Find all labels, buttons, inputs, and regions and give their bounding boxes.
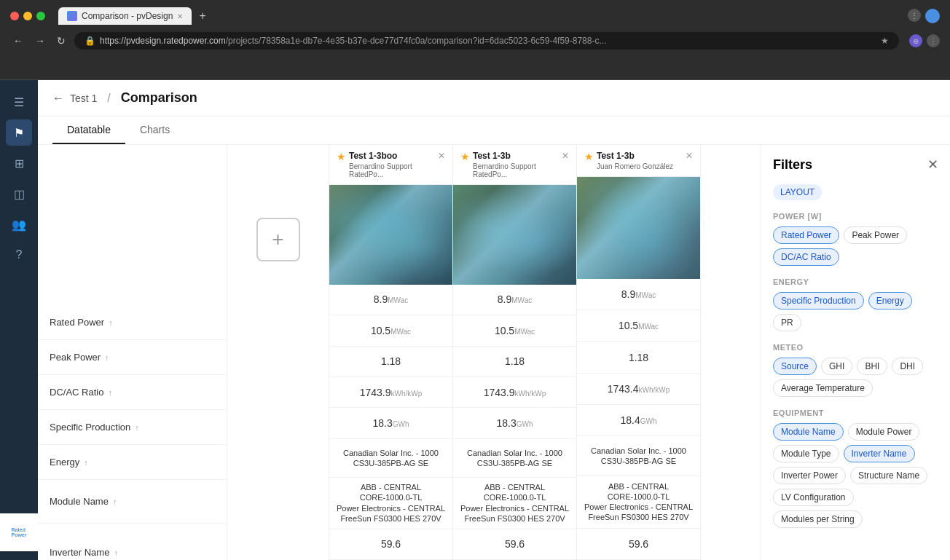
new-tab-button[interactable]: +	[195, 8, 210, 24]
label-dc-ac-ratio: DC/AC Ratio	[50, 387, 103, 398]
sidebar: ☰ ⚑ ⊞ ◫ 👥 ? RatedPower	[0, 80, 38, 560]
filter-tag-dc-ac-ratio[interactable]: DC/AC Ratio	[773, 248, 839, 266]
close-traffic-light[interactable]	[10, 12, 19, 20]
filter-meteo-tags: Source GHI BHI DHI Average Temperature	[773, 358, 938, 397]
back-button[interactable]: ←	[10, 33, 26, 48]
label-specific-production: Specific Production	[50, 422, 130, 433]
sidebar-item-menu[interactable]: ☰	[6, 89, 32, 115]
filter-tag-peak-power[interactable]: Peak Power	[844, 226, 907, 244]
sort-icon-inverter-name[interactable]: ↑	[114, 548, 118, 557]
url-bar[interactable]: 🔒 https://pvdesign.ratedpower.com/projec…	[74, 32, 899, 50]
cell-specific-prod-2: 1743.4kWh/kWp	[577, 374, 700, 405]
filter-section-power: POWER [W] Rated Power Peak Power DC/AC R…	[773, 212, 938, 266]
cell-rated-power-0: 8.9MWac	[329, 285, 452, 315]
filter-close-button[interactable]: ✕	[927, 157, 938, 173]
col-title-1: Test 1-3b	[473, 151, 559, 161]
filter-tag-modules-per-string[interactable]: Modules per String	[773, 510, 863, 528]
project-column-0: ★ Test 1-3boo Bernardino Support RatedPo…	[329, 145, 453, 560]
settings-icon[interactable]: ⋮	[927, 34, 940, 47]
filter-tag-module-name[interactable]: Module Name	[773, 423, 844, 441]
star-icon-2[interactable]: ★	[584, 151, 594, 162]
active-tab[interactable]: Comparison - pvDesign ✕	[58, 7, 192, 25]
star-icon-1[interactable]: ★	[460, 151, 470, 162]
sort-icon-energy[interactable]: ↑	[84, 458, 88, 467]
comparison-area: Rated Power ↑ Peak Power ↑ DC/AC Ratio ↑…	[38, 145, 950, 560]
cell-inverter-1: ABB - CENTRAL CORE-1000.0-TL Power Elect…	[453, 478, 576, 529]
fullscreen-traffic-light[interactable]	[36, 12, 45, 20]
cell-peak-power-2: 10.5MWac	[577, 310, 700, 342]
filter-tag-dhi[interactable]: DHI	[892, 358, 923, 375]
filter-tag-lv-config[interactable]: LV Configuration	[773, 489, 854, 506]
close-column-2[interactable]: ✕	[686, 151, 693, 161]
back-button[interactable]: ←	[52, 92, 64, 105]
label-row-module-name: Module Name ↑	[38, 480, 227, 524]
filter-tag-avg-temp[interactable]: Average Temperature	[773, 379, 873, 397]
filter-tag-module-power[interactable]: Module Power	[848, 423, 920, 441]
filter-meteo-label: METEO	[773, 343, 938, 352]
cell-specific-prod-1: 1743.9kWh/kWp	[453, 377, 576, 408]
filter-tag-specific-production[interactable]: Specific Production	[773, 292, 864, 309]
cell-dc-ac-1: 1.18	[453, 347, 576, 377]
tab-close-icon[interactable]: ✕	[177, 12, 183, 20]
tab-favicon	[67, 11, 77, 21]
col-subtitle-1: Bernardino Support RatedPo...	[473, 162, 559, 178]
tab-charts[interactable]: Charts	[125, 117, 184, 144]
cell-energy-2: 18.4GWh	[577, 405, 700, 436]
filter-tag-structure-name[interactable]: Structure Name	[850, 467, 927, 484]
add-column-area: +	[227, 145, 329, 560]
tab-datatable[interactable]: Datatable	[52, 117, 125, 144]
filter-tag-ghi[interactable]: GHI	[821, 358, 852, 375]
breadcrumb-parent: Test 1	[70, 92, 97, 104]
filter-panel: Filters ✕ LAYOUT POWER [W] Rated Power P…	[761, 145, 950, 560]
filter-tag-bhi[interactable]: BHI	[857, 358, 887, 375]
cell-dc-ac-2: 1.18	[577, 342, 700, 373]
minimize-traffic-light[interactable]	[23, 12, 32, 20]
sidebar-item-people[interactable]: 👥	[6, 211, 32, 237]
filter-tag-inverter-power[interactable]: Inverter Power	[773, 467, 846, 484]
refresh-button[interactable]: ↻	[54, 33, 68, 48]
sidebar-item-grid[interactable]: ⊞	[6, 150, 32, 176]
filter-tag-rated-power[interactable]: Rated Power	[773, 226, 839, 244]
sort-icon-dc-ac-ratio[interactable]: ↑	[108, 388, 112, 397]
filter-tag-energy[interactable]: Energy	[868, 292, 912, 309]
cell-peak-power-1: 10.5MWac	[453, 315, 576, 346]
content-tab-bar: Datatable Charts	[38, 117, 950, 145]
sort-icon-module-name[interactable]: ↑	[113, 497, 117, 506]
label-row-rated-power: Rated Power ↑	[38, 305, 227, 340]
sidebar-item-flag[interactable]: ⚑	[6, 119, 32, 146]
sort-icon-peak-power[interactable]: ↑	[105, 353, 109, 362]
sort-icon-specific-production[interactable]: ↑	[135, 423, 139, 432]
user-avatar[interactable]	[925, 9, 940, 23]
close-column-1[interactable]: ✕	[562, 151, 569, 161]
filter-header: Filters ✕	[773, 157, 938, 173]
sidebar-item-briefcase[interactable]: ◫	[6, 181, 32, 207]
star-icon-0[interactable]: ★	[337, 151, 346, 162]
filter-section-meteo: METEO Source GHI BHI DHI Average Tempera…	[773, 343, 938, 397]
browser-action-icon[interactable]: ⊛	[909, 34, 922, 47]
project-column-2: ★ Test 1-3b Juan Romero González ✕ 8.9MW…	[577, 145, 701, 560]
close-column-0[interactable]: ✕	[438, 151, 445, 161]
sidebar-item-help[interactable]: ?	[6, 242, 32, 268]
filter-title: Filters	[773, 157, 812, 173]
filter-tag-pr[interactable]: PR	[773, 314, 801, 331]
cell-gcr-2: 59.6	[577, 529, 700, 560]
filter-tag-inverter-name[interactable]: Inverter Name	[844, 445, 915, 462]
add-column-button[interactable]: +	[256, 218, 300, 261]
sort-icon-rated-power[interactable]: ↑	[109, 318, 113, 327]
row-labels-panel: Rated Power ↑ Peak Power ↑ DC/AC Ratio ↑…	[38, 145, 227, 560]
filter-tag-module-type[interactable]: Module Type	[773, 445, 839, 462]
project-column-1: ★ Test 1-3b Bernardino Support RatedPo..…	[453, 145, 577, 560]
help-icon: ?	[16, 248, 23, 261]
filter-tag-layout[interactable]: LAYOUT	[773, 184, 822, 200]
address-bar: ← → ↻ 🔒 https://pvdesign.ratedpower.com/…	[0, 29, 950, 55]
extension-icon-1[interactable]: ⋮	[908, 9, 921, 22]
main-content: ← Test 1 / Comparison Datatable Charts R…	[38, 80, 950, 560]
forward-button[interactable]: →	[32, 33, 48, 48]
flag-icon: ⚑	[14, 126, 24, 140]
column-header-2: ★ Test 1-3b Juan Romero González ✕	[577, 145, 700, 177]
cell-inverter-2: ABB - CENTRAL CORE-1000.0-TL Power Elect…	[577, 476, 700, 529]
people-icon: 👥	[12, 218, 26, 232]
filter-tag-source[interactable]: Source	[773, 358, 817, 375]
filter-power-tags: Rated Power Peak Power DC/AC Ratio	[773, 226, 938, 266]
cell-dc-ac-0: 1.18	[329, 347, 452, 377]
